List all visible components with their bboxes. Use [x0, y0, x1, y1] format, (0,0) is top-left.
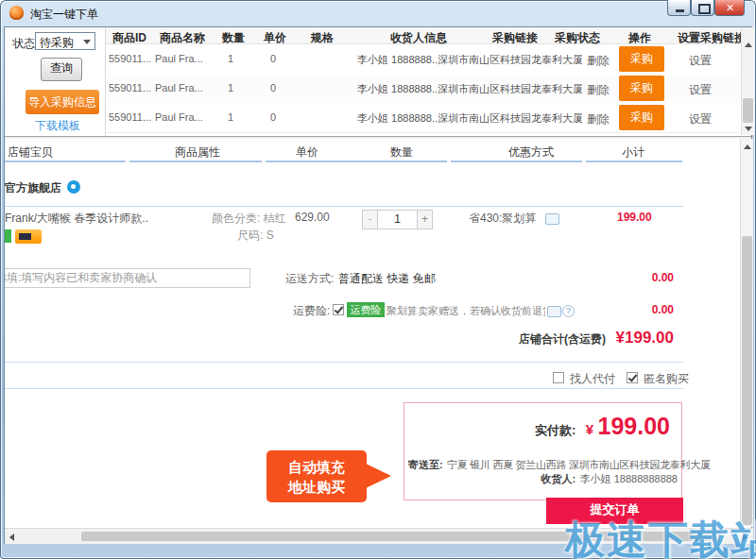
import-purchase-button[interactable]: 导入采购信息 — [26, 90, 99, 114]
insurance-desc: 聚划算卖家赠送，若确认收货前退货，… — [387, 304, 545, 318]
scroll-up-icon[interactable] — [745, 42, 752, 47]
cell-product-name: Paul Fra... — [155, 111, 208, 123]
anonymous-label[interactable]: 匿名购买 — [644, 371, 689, 387]
qty-input[interactable]: 1 — [377, 210, 418, 229]
table-row[interactable]: 559011... Paul Fra... 1 0 李小姐 1888888..深… — [107, 74, 740, 104]
currency-symbol: ¥ — [586, 421, 593, 437]
delete-link[interactable]: 删除 — [587, 53, 610, 69]
cell-unit-price: 0 — [270, 82, 276, 93]
table-scroll-thumb[interactable] — [743, 98, 753, 123]
buy-button[interactable]: 采购 — [619, 46, 664, 72]
product-subtotal: 199.00 — [617, 211, 652, 224]
cell-quantity: 1 — [228, 82, 233, 93]
settings-link[interactable]: 设置 — [689, 82, 712, 98]
cell-receiver: 李小姐 1888888..深圳市南山区科技园龙泰利大厦 — [357, 111, 582, 126]
shop-name-link[interactable]: 官方旗舰店 — [5, 180, 61, 196]
payment-amount: 199.00 — [598, 413, 670, 439]
col-price: 单价 — [296, 144, 318, 161]
shop-total-value: ¥199.00 — [616, 329, 674, 347]
page-scroll-thumb[interactable] — [742, 236, 752, 525]
col-item-attrs: 商品属性 — [175, 144, 220, 161]
receiver-row: 收货人: 李小姐 18888888888 — [541, 469, 678, 486]
cell-product-id: 559011... — [109, 82, 154, 93]
divider — [5, 362, 683, 363]
insurance-label: 运费险: — [293, 303, 330, 319]
status-dropdown[interactable]: 待采购 — [35, 32, 95, 50]
chevron-down-icon — [83, 40, 91, 44]
product-title-link[interactable]: Frank/大嘴猴 春季设计师款.. — [5, 211, 198, 227]
help-icon[interactable]: ? — [562, 305, 575, 317]
scroll-down-icon[interactable] — [745, 127, 752, 131]
app-window: 淘宝一键下单 ✕ 状态: 待采购 查询 导入采购信息 下载模板 — [0, 0, 756, 559]
cell-product-name: Paul Fra... — [155, 53, 208, 64]
scroll-left-icon[interactable] — [9, 534, 14, 541]
insurance-badge: 运费险 — [347, 302, 385, 317]
delete-link[interactable]: 删除 — [587, 111, 610, 127]
col-qty: 数量 — [390, 144, 413, 161]
shop-divider — [5, 206, 683, 207]
shipping-value[interactable]: 普通配送 快递 免邮 — [338, 271, 436, 287]
credit-card-icon — [15, 229, 42, 244]
seller-message-input[interactable] — [5, 268, 250, 288]
divider — [5, 388, 683, 389]
scroll-up-icon[interactable] — [744, 144, 751, 149]
titlebar[interactable]: 淘宝一键下单 ✕ — [0, 0, 756, 26]
callout-arrow-icon — [366, 464, 391, 488]
payment-label: 实付款: — [535, 423, 576, 437]
delete-link[interactable]: 删除 — [587, 82, 610, 98]
callout-line1: 自动填充 — [266, 457, 367, 477]
screenshot-stage: 淘宝一键下单 ✕ 状态: 待采购 查询 导入采购信息 下载模板 — [0, 0, 756, 559]
query-button[interactable]: 查询 — [41, 58, 82, 81]
product-color-attr: 颜色分类: 桔红 — [212, 211, 286, 227]
shop-total-label: 店铺合计(含运费) — [519, 332, 606, 346]
callout-line2: 地址购买 — [266, 477, 367, 497]
buy-button[interactable]: 采购 — [619, 105, 664, 130]
cell-unit-price: 0 — [270, 53, 276, 64]
table-scrollbar[interactable] — [741, 27, 754, 135]
shop-total-row: 店铺合计(含运费) ¥199.00 — [411, 329, 674, 347]
col-subtotal: 小计 — [622, 144, 644, 161]
insurance-checkbox[interactable] — [333, 304, 344, 315]
promo-tooltip-icon[interactable] — [545, 213, 559, 225]
anonymous-checkbox[interactable] — [627, 372, 638, 383]
payment-summary-box: 实付款: ¥ 199.00 寄送至: 宁夏 银川 西夏 贺兰山西路 深圳市南山区… — [404, 402, 682, 500]
insurance-fee: 0.00 — [636, 303, 674, 316]
cell-quantity: 1 — [228, 111, 233, 123]
minimize-icon — [676, 9, 684, 12]
shipping-label: 运送方式: — [285, 271, 334, 287]
cell-unit-price: 0 — [270, 111, 276, 123]
pay-for-other-checkbox[interactable] — [553, 372, 564, 383]
maximize-button[interactable] — [691, 0, 714, 16]
payment-amount-row: 实付款: ¥ 199.00 — [535, 413, 670, 440]
wangwang-chat-icon[interactable] — [67, 180, 80, 194]
table-row[interactable]: 559011... Paul Fra... 1 0 李小姐 1888888..深… — [107, 103, 740, 133]
auto-fill-callout: 自动填充 地址购买 — [266, 450, 367, 502]
order-page: 店铺宝贝 商品属性 单价 数量 优惠方式 小计 官方旗舰店 Frank/大嘴猴 … — [5, 139, 740, 527]
settings-link[interactable]: 设置 — [689, 111, 712, 127]
page-scrollbar[interactable] — [740, 139, 753, 527]
cell-quantity: 1 — [228, 53, 233, 64]
download-template-link[interactable]: 下载模板 — [35, 118, 80, 134]
settings-link[interactable]: 设置 — [689, 53, 712, 69]
receiver-label: 收货人: — [541, 473, 576, 484]
buy-button[interactable]: 采购 — [619, 76, 664, 101]
window-title: 淘宝一键下单 — [30, 7, 98, 23]
header-underline — [451, 161, 582, 162]
cell-product-id: 559011... — [109, 53, 154, 64]
close-icon: ✕ — [726, 2, 734, 14]
product-unit-price: 629.00 — [295, 211, 330, 224]
cell-receiver: 李小姐 1888888..深圳市南山区科技园龙泰利大厦 — [357, 53, 582, 67]
receiver-value: 李小姐 18888888888 — [580, 473, 678, 484]
close-button[interactable]: ✕ — [714, 0, 745, 16]
pay-for-other-label[interactable]: 找人代付 — [570, 371, 615, 387]
status-dropdown-value: 待采购 — [40, 35, 74, 51]
service-guarantee-icon — [5, 229, 11, 243]
qty-decrease-button[interactable]: - — [362, 210, 378, 229]
insurance-tooltip-icon[interactable] — [547, 306, 561, 317]
col-discount: 优惠方式 — [508, 144, 554, 161]
table-row[interactable]: 559011... Paul Fra... 1 0 李小姐 1888888..深… — [107, 44, 740, 75]
cell-receiver: 李小姐 1888888..深圳市南山区科技园龙泰利大厦 — [357, 82, 582, 96]
qty-increase-button[interactable]: + — [417, 210, 433, 229]
minimize-button[interactable] — [667, 0, 691, 16]
header-underline — [586, 161, 682, 162]
